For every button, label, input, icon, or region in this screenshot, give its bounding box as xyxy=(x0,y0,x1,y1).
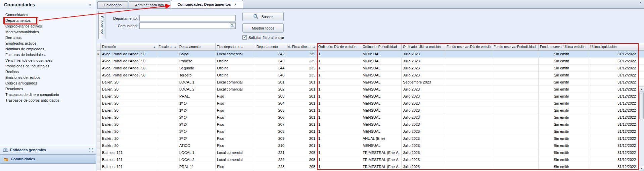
column-header-id-finca-dire[interactable]: Id. Finca dire...▲ xyxy=(286,43,317,50)
tab-calendario[interactable]: Calendario xyxy=(97,1,128,8)
column-header-departamento[interactable]: Departamento xyxy=(178,43,216,50)
column-header-ordinario-ultima-emision[interactable]: Ordinario: Última emisión xyxy=(402,43,445,50)
tab-list-dropdown-icon[interactable]: ▼ xyxy=(639,1,642,4)
sidebar-item-cobros-anticipados[interactable]: Cobros anticipados xyxy=(0,80,96,86)
collapse-sidebar-icon[interactable]: « xyxy=(87,2,93,7)
cell-esc xyxy=(157,65,178,71)
sidebar-item-empleados-activos[interactable]: Empleados activos xyxy=(0,41,96,46)
table-row[interactable]: Bailén, 202º 1ªPiso2062011MENSUALJulio 2… xyxy=(97,114,644,121)
table-row[interactable]: Bailén, 203º 1ªPiso2082011MENSUALJulio 2… xyxy=(97,128,644,135)
column-header-fondo-reserva-dia-de-emision[interactable]: Fondo reserva: Día de emisión xyxy=(445,43,492,50)
buscar-button[interactable]: Buscar xyxy=(242,12,284,21)
cell-frperiod xyxy=(492,121,539,128)
scroll-up-icon[interactable]: ▲ xyxy=(639,86,644,92)
row-indicator xyxy=(97,65,101,71)
search-group-vertical-tab[interactable]: Buscar por xyxy=(98,11,105,39)
cell-operiod: MENSUAL xyxy=(361,51,402,57)
cell-odia: 1 xyxy=(317,128,361,135)
cell-frperiod xyxy=(492,135,539,142)
cell-esc xyxy=(157,121,178,128)
sidebar-item-traspasos-de-dinero-comunitario[interactable]: Traspasos de dinero comunitario xyxy=(0,92,96,98)
cell-frperiod xyxy=(492,72,539,78)
cell-depnum: 221 xyxy=(255,149,286,156)
sidebar-item-traspasos-de-cobros-anticipados[interactable]: Traspasos de cobros anticipados xyxy=(0,98,96,103)
table-row[interactable]: Avda. Portal de l'Angel, 50SegundoOficin… xyxy=(97,65,644,72)
sidebar-item-departamentos[interactable]: Departamentos xyxy=(0,18,96,23)
tab-comunidades-departamentos[interactable]: Comunidades: Departamentos× xyxy=(171,0,243,8)
table-row[interactable]: Bailén, 201º 1ªPiso2042011MENSUALJulio 2… xyxy=(97,100,644,107)
cell-frult: Sin emitir xyxy=(539,72,589,78)
table-row[interactable]: Balmes, 121LOCAL 1Local comercial2212051… xyxy=(97,149,644,156)
column-header-direccion[interactable]: Dirección▲ xyxy=(101,43,157,50)
sidebar-item-derramas[interactable]: Derramas xyxy=(0,35,96,41)
cell-depnum: 223 xyxy=(255,163,286,170)
cell-frult: Sin emitir xyxy=(539,163,589,170)
table-row[interactable]: Bailén, 20ATICOPiso2102011MENSUALJulio 2… xyxy=(97,142,644,149)
row-indicator xyxy=(97,114,101,121)
column-header-ordinario-periodicidad[interactable]: Ordinario: Periodicidad xyxy=(361,43,402,50)
sidebar-item-nominas-de-empleados[interactable]: Nóminas de empleados xyxy=(0,46,96,52)
cell-dir: Bailén, 20 xyxy=(101,100,157,107)
sidebar-item-emisiones-de-recibos[interactable]: Emisiones de recibos xyxy=(0,75,96,80)
scroll-down-icon[interactable]: ▼ xyxy=(639,166,644,171)
sidebar-item-facturas-de-industriales[interactable]: Facturas de industriales xyxy=(0,52,96,58)
tab-adminet-para-hoy[interactable]: Adminet para hoy xyxy=(129,1,170,8)
sidebar-item-comunidades[interactable]: Comunidades xyxy=(0,12,96,18)
cell-oult: Septiembre 2023 xyxy=(402,79,445,86)
cell-depnum: 206 xyxy=(255,114,286,121)
table-row[interactable]: Avda. Portal de l'Angel, 50TerceroOficin… xyxy=(97,72,644,79)
cell-dir: Balmes, 121 xyxy=(101,163,157,170)
cell-liq: 31/12/2022 xyxy=(589,93,639,100)
sidebar-item-recibos[interactable]: Recibos xyxy=(0,69,96,75)
table-row[interactable]: Balmes, 121LOCAL 2Local comercial2222051… xyxy=(97,156,644,163)
column-header-departamento[interactable]: Departamento xyxy=(255,43,286,50)
column-header-label: Departamento xyxy=(179,45,214,49)
table-row[interactable]: Bailén, 203º 2ªPiso2092011ANUAL (Ene)Jul… xyxy=(97,135,644,142)
row-indicator xyxy=(97,100,101,107)
column-header-escalera[interactable]: Escalera▲ xyxy=(157,43,178,50)
cell-tipo: Piso xyxy=(216,142,255,149)
column-header-fondo-reserva-ultima-emision[interactable]: Fondo reserva: Última emisión xyxy=(539,43,589,50)
comunidad-lookup-button[interactable] xyxy=(230,23,235,28)
table-row[interactable]: Bailén, 20LOCAL 2Local comercial2022011M… xyxy=(97,86,644,93)
cell-frperiod xyxy=(492,107,539,114)
sidebar-item-previsiones-de-industriales[interactable]: Previsiones de industriales xyxy=(0,63,96,69)
magnifier-icon xyxy=(231,24,234,27)
tab-close-icon[interactable]: × xyxy=(234,2,237,7)
sidebar-item-label: Previsiones de industriales xyxy=(4,63,51,69)
column-header-tipo-departame[interactable]: Tipo departame... xyxy=(216,43,255,50)
sidebar-item-macro-comunidades[interactable]: Macro-comunidades xyxy=(0,29,96,35)
cell-oult: Julio 2023 xyxy=(402,51,445,57)
column-header-label: Escalera xyxy=(158,45,173,49)
table-row[interactable]: Balmes, 121PRAL 1ºPiso2232051TRIMESTRAL … xyxy=(97,163,644,170)
departamento-input[interactable] xyxy=(139,15,236,21)
sidebar-group-entidades-generales[interactable]: Entidades generales xyxy=(0,145,96,154)
cell-idfinca: 201 xyxy=(286,79,317,86)
scrollbar-thumb[interactable] xyxy=(639,92,644,119)
cell-frult: Sin emitir xyxy=(539,86,589,93)
table-row[interactable]: Bailén, 202º 2ªPiso2072011MENSUALJulio 2… xyxy=(97,121,644,128)
sidebar-group-comunidades[interactable]: Comunidades xyxy=(0,154,96,164)
cell-frult: Sin emitir xyxy=(539,93,589,100)
cell-dir: Bailén, 20 xyxy=(101,121,157,128)
vertical-scrollbar[interactable]: ▲ ▼ xyxy=(639,86,644,171)
cell-dir: Bailén, 20 xyxy=(101,79,157,86)
column-header-fondo-reserva-periodicidad[interactable]: Fondo reserva: Periodicidad xyxy=(492,43,539,50)
cell-tipo: Local comercial xyxy=(216,149,255,156)
table-row[interactable]: ▶Avda. Portal de l'Angel, 50BajosLocal c… xyxy=(97,51,644,58)
table-row[interactable]: Bailén, 20LOCAL 1Local comercial2012011M… xyxy=(97,79,644,86)
sidebar-item-vencimientos-de-industriales[interactable]: Vencimientos de industriales xyxy=(0,58,96,63)
mostrar-todos-button[interactable]: Mostrar todos xyxy=(242,23,284,33)
column-header-ordinario-dia-de-emision[interactable]: Ordinario: Día de emisión xyxy=(317,43,361,50)
cell-esc xyxy=(157,156,178,163)
comunidad-input[interactable] xyxy=(139,22,236,29)
column-header-ultima-liquidacion[interactable]: Última liquidación xyxy=(589,43,639,50)
sidebar-item-copropietarios-activos[interactable]: Copropietarios activos xyxy=(0,23,96,29)
sidebar-item-reuniones[interactable]: Reuniones xyxy=(0,86,96,92)
table-row[interactable]: Avda. Portal de l'Angel, 50PrimeroOficin… xyxy=(97,58,644,65)
table-row[interactable]: Bailén, 201º 2ªPiso2052011MENSUALJulio 2… xyxy=(97,107,644,114)
table-row[interactable]: Bailén, 20PRAL.Piso2032011MENSUALJulio 2… xyxy=(97,93,644,100)
cell-dep: Bajos xyxy=(178,51,216,57)
cell-operiod: TRIMESTRAL (Ene-A... xyxy=(361,156,402,163)
solicitar-filtro-checkbox[interactable]: ✓ xyxy=(242,35,247,40)
